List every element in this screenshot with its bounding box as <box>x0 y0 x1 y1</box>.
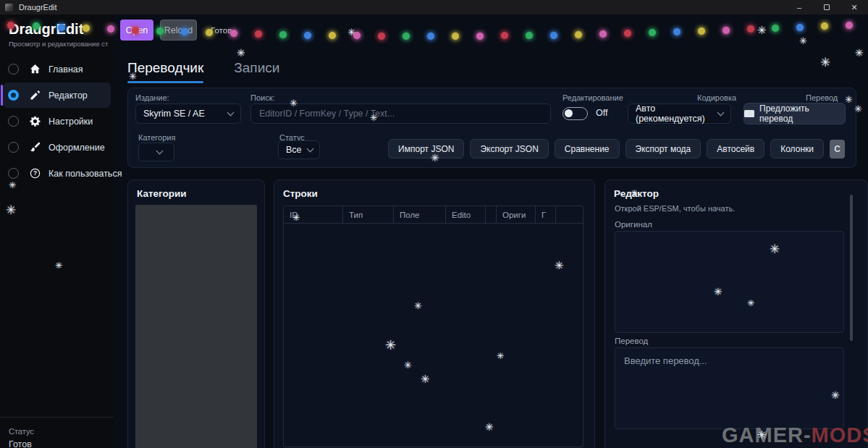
reload-button[interactable]: Reload <box>160 20 197 41</box>
sidebar-status-label: Статус <box>9 427 34 436</box>
garland-bulb <box>846 22 853 29</box>
app-logo: DraugrEdit <box>9 21 83 38</box>
watermark-gray: GAMER- <box>722 423 812 447</box>
tab-records[interactable]: Записи <box>234 60 279 83</box>
chevron-down-icon <box>227 109 235 116</box>
app-window: DraugrEdit – ✕ DraugrEdit Просмотр и ред… <box>0 0 868 448</box>
nav-radio[interactable] <box>8 64 19 75</box>
sidebar-item-settings[interactable]: Настройки <box>3 109 111 134</box>
column-header-type[interactable]: Тип <box>343 206 394 223</box>
header-status: Готов <box>211 26 232 35</box>
garland-bulb <box>821 22 828 30</box>
close-button[interactable]: ✕ <box>840 0 868 14</box>
garland-bulb <box>599 30 607 38</box>
edition-select[interactable]: Skyrim SE / AE <box>135 103 241 124</box>
action-button-columns[interactable]: Колонки <box>770 139 824 159</box>
suggest-translation-button[interactable]: Предложить перевод <box>743 103 846 124</box>
app-icon <box>5 4 13 12</box>
garland-bulb <box>353 32 361 39</box>
chevron-down-icon <box>156 147 163 154</box>
filter-bar: Издание: Skyrim SE / AE Поиск: Редактиро… <box>127 88 856 168</box>
action-button-export-mod[interactable]: Экспорт мода <box>625 139 701 159</box>
garland-bulb <box>550 32 557 39</box>
translation-input[interactable] <box>615 347 844 429</box>
garland-bulb <box>649 29 656 36</box>
nav-radio[interactable] <box>8 168 19 179</box>
sidebar-divider <box>0 417 114 418</box>
garland-bulb <box>698 28 705 35</box>
garland-bulb <box>279 31 287 38</box>
sidebar-item-label: Редактор <box>49 90 88 101</box>
action-button-export-json[interactable]: Экспорт JSON <box>470 139 548 159</box>
rows-title: Строки <box>283 188 318 199</box>
window-title: DraugrEdit <box>19 3 57 12</box>
action-buttons: Импорт JSONЭкспорт JSONСравнениеЭкспорт … <box>388 139 845 159</box>
garland-bulb <box>403 33 410 40</box>
action-button-compare[interactable]: Сравнение <box>555 139 620 159</box>
encoding-select[interactable]: Авто (рекомендуется) <box>628 103 731 124</box>
status-select[interactable]: Все <box>278 140 320 159</box>
garland-bulb <box>501 32 508 39</box>
categories-list[interactable] <box>135 205 257 448</box>
column-header-id[interactable]: ID <box>284 206 343 223</box>
maximize-icon <box>824 4 830 10</box>
status-value: Все <box>286 145 302 155</box>
translate-label: Перевод <box>806 93 838 102</box>
editing-toggle[interactable] <box>562 107 588 120</box>
editor-scrollbar[interactable] <box>850 195 853 341</box>
table-header-row: IDТипПолеEditoОригиГ <box>284 206 583 224</box>
search-input[interactable] <box>250 103 551 124</box>
chevron-down-icon <box>717 109 725 116</box>
tab-translator[interactable]: Переводчик <box>127 60 203 83</box>
maximize-button[interactable] <box>813 0 840 14</box>
nav-radio[interactable] <box>8 142 19 153</box>
garland-bulb <box>452 33 459 40</box>
nav-radio[interactable] <box>8 90 19 101</box>
suggest-translation-label: Предложить перевод <box>759 103 845 124</box>
sidebar-item-home[interactable]: Главная <box>3 56 111 82</box>
sidebar-item-appearance[interactable]: Оформление <box>3 135 111 160</box>
snowflake-icon: ✳ <box>347 28 355 37</box>
sidebar-status-value: Готов <box>9 439 32 448</box>
category-select[interactable] <box>138 143 174 161</box>
action-button-import-json[interactable]: Импорт JSON <box>388 139 464 159</box>
sidebar-item-label: Оформление <box>49 143 105 153</box>
column-header-spacer-1[interactable] <box>486 206 497 223</box>
garland-bulb <box>329 32 336 39</box>
titlebar: DraugrEdit – ✕ <box>0 0 868 14</box>
garland-bulb <box>575 31 582 38</box>
minimize-button[interactable]: – <box>785 0 813 14</box>
garland-bulb <box>526 32 533 39</box>
pencil-icon <box>28 89 41 102</box>
action-button-autosave[interactable]: Автосейв <box>707 139 764 159</box>
encoding-value: Авто (рекомендуется) <box>636 103 712 124</box>
snowflake-icon: ✳ <box>799 36 807 46</box>
refresh-button[interactable]: C <box>830 140 845 159</box>
garland-bulb <box>378 33 385 40</box>
garland-bulb <box>747 25 754 33</box>
column-header-field[interactable]: Поле <box>394 206 446 223</box>
mail-icon <box>744 110 754 117</box>
original-text-box[interactable] <box>615 231 844 333</box>
brush-icon <box>28 141 41 154</box>
original-label: Оригинал <box>615 220 652 229</box>
sidebar-item-help[interactable]: ?Как пользоваться <box>3 161 111 186</box>
tab-bar: ПереводчикЗаписи <box>127 60 279 83</box>
watermark: GAMER-MODS <box>722 423 868 447</box>
snowflake-icon: ✳ <box>757 25 767 35</box>
category-label: Категория <box>138 133 175 142</box>
nav-radio[interactable] <box>8 116 19 127</box>
open-button[interactable]: Open <box>120 20 153 41</box>
column-header-g[interactable]: Г <box>536 206 556 223</box>
sidebar-item-label: Как пользоваться <box>49 169 122 179</box>
edition-value: Skyrim SE / AE <box>143 109 205 119</box>
column-header-editor-id[interactable]: Edito <box>446 206 486 223</box>
column-header-spacer-2[interactable] <box>556 206 583 223</box>
rows-panel: Строки IDТипПолеEditoОригиГ <box>274 179 595 448</box>
column-header-original[interactable]: Ориги <box>497 206 536 223</box>
editor-panel: Редактор Открой ESP/ESM, чтобы начать. О… <box>604 179 868 448</box>
home-icon <box>28 63 41 76</box>
sidebar-item-editor[interactable]: Редактор <box>3 83 111 108</box>
garland-bulb <box>722 27 730 34</box>
garland-bulb <box>772 25 779 32</box>
